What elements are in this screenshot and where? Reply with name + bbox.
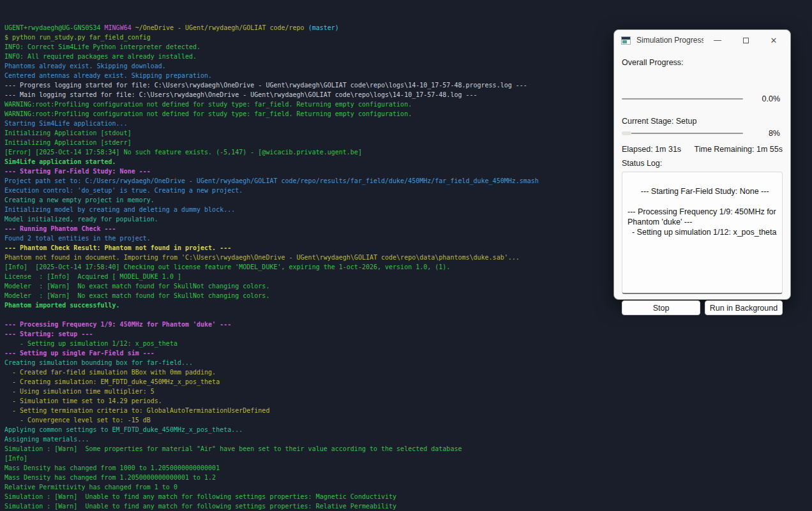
terminal-line: Simulation : [Warn] Some properties for … xyxy=(4,444,812,454)
stage-progressbar-groove xyxy=(622,133,743,134)
maximize-button[interactable] xyxy=(732,30,760,50)
dialog-titlebar[interactable]: Simulation Progress — ✕ xyxy=(614,30,790,50)
terminal-line: Simulation : [Warn] Unable to find any m… xyxy=(4,492,812,501)
terminal-line: - Setting up simulation 1/12: x_pos_thet… xyxy=(4,339,812,348)
terminal-line: Mass Density has changed from 1000 to 1.… xyxy=(4,463,812,473)
terminal-line: Applying common settings to EM_FDTD_duke… xyxy=(4,425,812,434)
terminal-line: Creating simulation bounding box for far… xyxy=(4,358,812,367)
status-log-text: --- Starting Far-Field Study: None --- -… xyxy=(628,187,778,237)
overall-progressbar-groove xyxy=(622,98,743,100)
terminal-line: --- Starting: setup --- xyxy=(4,329,812,339)
minimize-icon: — xyxy=(714,36,721,45)
app-window-icon xyxy=(621,36,631,45)
elapsed-label: Elapsed: 1m 31s xyxy=(622,145,681,154)
run-in-background-button[interactable]: Run in Background xyxy=(705,300,783,315)
overall-progress-label: Overall Progress: xyxy=(622,58,684,67)
overall-progressbar xyxy=(622,96,743,101)
simulation-progress-dialog: Simulation Progress — ✕ Overall Progress… xyxy=(613,29,791,300)
maximize-icon xyxy=(743,38,749,43)
stage-progressbar xyxy=(622,131,743,136)
dialog-body: Overall Progress: 0.0% Current Stage: Se… xyxy=(614,50,790,299)
terminal-line: Simulation : [Warn] Unable to find any m… xyxy=(4,501,812,511)
status-log-box[interactable]: --- Starting Far-Field Study: None --- -… xyxy=(622,172,783,294)
terminal-line: - Setting termination criteria to: Globa… xyxy=(4,406,812,415)
terminal-line: - Convergence level set to: -15 dB xyxy=(4,415,812,425)
stage-progress-percent: 8% xyxy=(742,129,780,138)
close-button[interactable]: ✕ xyxy=(760,30,788,50)
terminal-line: - Simulation time set to 14.29 periods. xyxy=(4,396,812,406)
overall-progress-percent: 0.0% xyxy=(742,94,780,103)
close-icon: ✕ xyxy=(771,36,778,45)
terminal-line: - Creating simulation: EM_FDTD_duke_450M… xyxy=(4,377,812,387)
terminal-line: --- Setting up single Far-Field sim --- xyxy=(4,348,812,358)
current-stage-label: Current Stage: Setup xyxy=(622,117,696,126)
minimize-button[interactable]: — xyxy=(703,30,732,50)
status-log-label: Status Log: xyxy=(622,159,662,168)
terminal-line: - Using simulation time multiplier: 5 xyxy=(4,387,812,396)
stage-progressbar-chunk xyxy=(622,131,631,135)
terminal-line: Mass Density has changed from 1.20500000… xyxy=(4,473,812,482)
terminal-line: [Info] xyxy=(4,454,812,463)
terminal-line: - Created far-field simulation BBox with… xyxy=(4,367,812,377)
dialog-title: Simulation Progress xyxy=(636,36,703,45)
terminal-line: Relative Permittivity has changed from 1… xyxy=(4,482,812,492)
terminal-line: Assigning materials... xyxy=(4,434,812,444)
terminal-line: --- Processing Frequency 1/9: 450MHz for… xyxy=(4,320,812,329)
stop-button[interactable]: Stop xyxy=(622,300,700,315)
time-remaining-label: Time Remaining: 1m 55s xyxy=(695,145,783,154)
